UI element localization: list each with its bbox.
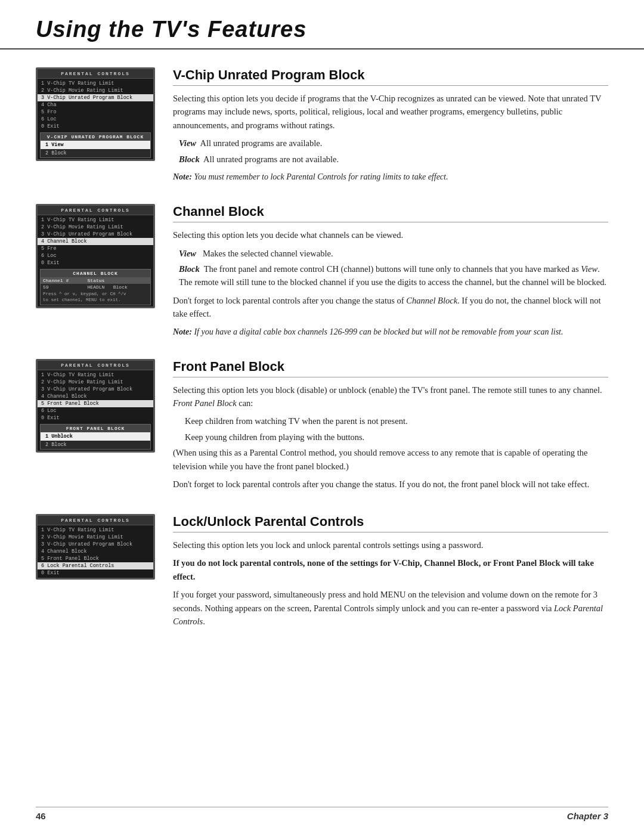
tv-menu-item: 0 Exit (38, 569, 153, 577)
tv-menu-item: 5 Front Panel Block (38, 555, 153, 562)
tv-menu-item: 6 Loc (38, 252, 153, 259)
tv-screen-lock: PARENTAL CONTROLS 1 V-Chip TV Rating Lim… (36, 514, 155, 580)
def-block-channel: Block The front panel and remote control… (179, 262, 608, 289)
section-text-lock: Lock/Unlock Parental Controls Selecting … (173, 514, 608, 633)
note-vchip: Note: You must remember to lock Parental… (173, 171, 608, 184)
tv-menu-item: 5 Fro (38, 109, 153, 116)
tv-screen-vchip: PARENTAL CONTROLS 1 V-Chip TV Rating Lim… (36, 67, 155, 161)
section-front-panel: PARENTAL CONTROLS 1 V-Chip TV Rating Lim… (36, 359, 608, 496)
tv-submenu-channel: CHANNEL BLOCK Channel # Status 59 HEADLN… (40, 269, 151, 305)
page-number: 46 (36, 811, 46, 821)
tv-header-2: PARENTAL CONTROLS (38, 206, 153, 215)
tv-menu-item: 0 Exit (38, 123, 153, 130)
tv-submenu-front-panel: FRONT PANEL BLOCK 1 Unblock 2 Block (40, 424, 151, 450)
tv-menu-item: 2 V-Chip Movie Rating Limit (38, 379, 153, 386)
section-channel-block: PARENTAL CONTROLS 1 V-Chip TV Rating Lim… (36, 204, 608, 341)
tv-menu-item: 2 V-Chip Movie Rating Limit (38, 224, 153, 231)
page-header: Using the TV's Features (0, 0, 644, 49)
section-vchip-unrated: PARENTAL CONTROLS 1 V-Chip TV Rating Lim… (36, 67, 608, 186)
tv-menu-item: 3 V-Chip Unrated Program Block (38, 541, 153, 548)
tv-menu-item: 1 V-Chip TV Rating Limit (38, 371, 153, 379)
tv-menu-item: 1 V-Chip TV Rating Limit (38, 527, 153, 534)
page-title: Using the TV's Features (36, 17, 608, 42)
def-block-vchip: Block All unrated programs are not avail… (179, 153, 608, 166)
channel-table: Channel # Status 59 HEADLN Block (41, 277, 150, 290)
tv-menu-item: 3 V-Chip Unrated Program Block (38, 386, 153, 393)
section-heading-vchip: V-Chip Unrated Program Block (173, 67, 608, 86)
tv-menu-item: 0 Exit (38, 414, 153, 422)
tv-header-4: PARENTAL CONTROLS (38, 516, 153, 525)
section-heading-lock: Lock/Unlock Parental Controls (173, 514, 608, 532)
tv-menu-item: 4 Channel Block (38, 548, 153, 555)
page-footer: 46 Chapter 3 (36, 807, 608, 821)
note-channel: Note: If you have a digital cable box ch… (173, 326, 608, 339)
tv-menu-4: 1 V-Chip TV Rating Limit 2 V-Chip Movie … (38, 525, 153, 578)
section-text-vchip: V-Chip Unrated Program Block Selecting t… (173, 67, 608, 186)
tv-menu-item: 2 V-Chip Movie Rating Limit (38, 87, 153, 94)
col-header-status: Status (85, 277, 150, 284)
tv-submenu-unblock: 1 Unblock (41, 432, 150, 441)
tv-screen-channel: PARENTAL CONTROLS 1 V-Chip TV Rating Lim… (36, 204, 155, 308)
tv-submenu-1: V-CHIP UNRATED PROGRAM BLOCK 1 View 2 Bl… (40, 132, 151, 158)
section-para-channel-1: Selecting this option lets you decide wh… (173, 228, 608, 241)
tv-menu-item: 6 Loc (38, 407, 153, 414)
tv-submenu-item-block: 2 Block (41, 149, 150, 157)
section-text-channel: Channel Block Selecting this option lets… (173, 204, 608, 341)
tv-menu-3: 1 V-Chip TV Rating Limit 2 V-Chip Movie … (38, 370, 153, 423)
chapter-label: Chapter 3 (567, 811, 608, 821)
tv-menu-1: 1 V-Chip TV Rating Limit 2 V-Chip Movie … (38, 79, 153, 131)
main-content: PARENTAL CONTROLS 1 V-Chip TV Rating Lim… (0, 67, 644, 687)
tv-menu-item: 5 Fre (38, 245, 153, 252)
bold-note-lock: If you do not lock parental controls, no… (173, 556, 608, 583)
tv-screen-front-panel: PARENTAL CONTROLS 1 V-Chip TV Rating Lim… (36, 359, 155, 453)
tv-menu-item-selected: 6 Lock Parental Controls (38, 562, 153, 569)
tv-menu-item: 2 V-Chip Movie Rating Limit (38, 534, 153, 541)
tv-menu-item-selected: 3 V-Chip Unrated Program Block (38, 94, 153, 101)
tv-submenu-header-fp: FRONT PANEL BLOCK (41, 425, 150, 432)
tv-submenu-block: 2 Block (41, 441, 150, 449)
col-header-ch: Channel # (41, 277, 85, 284)
bullet-fp-1: Keep children from watching TV when the … (185, 414, 608, 428)
tv-menu-item: 1 V-Chip TV Rating Limit (38, 80, 153, 87)
tv-menu-item: 4 Cha (38, 101, 153, 109)
tv-header-1: PARENTAL CONTROLS (38, 69, 153, 79)
section-para-lock-2: If you forget your password, simultaneou… (173, 588, 608, 628)
channel-note: Press ^ or v, keypad, or CH ^/vto set ch… (41, 290, 150, 305)
tv-menu-item-selected: 4 Channel Block (38, 238, 153, 245)
section-para-vchip-1: Selecting this option lets you decide if… (173, 92, 608, 132)
section-para-channel-2: Don't forget to lock parental controls a… (173, 294, 608, 321)
tv-submenu-item-view: 1 View (41, 141, 150, 149)
section-heading-channel: Channel Block (173, 204, 608, 222)
tv-menu-item-selected: 5 Front Panel Block (38, 400, 153, 407)
section-para-lock-1: Selecting this option lets you lock and … (173, 538, 608, 552)
section-para-fp-2: (When using this as a Parental Control m… (173, 446, 608, 473)
section-text-front-panel: Front Panel Block Selecting this option … (173, 359, 608, 496)
bullet-fp-2: Keep young children from playing with th… (185, 431, 608, 444)
tv-menu-item: 4 Channel Block (38, 393, 153, 400)
section-para-fp-3: Don't forget to lock parental controls a… (173, 478, 608, 491)
section-lock-unlock: PARENTAL CONTROLS 1 V-Chip TV Rating Lim… (36, 514, 608, 633)
tv-menu-item: 1 V-Chip TV Rating Limit (38, 216, 153, 224)
tv-menu-2: 1 V-Chip TV Rating Limit 2 V-Chip Movie … (38, 215, 153, 268)
channel-number: 59 (41, 284, 85, 290)
tv-submenu-header: V-CHIP UNRATED PROGRAM BLOCK (41, 133, 150, 141)
tv-menu-item: 3 V-Chip Unrated Program Block (38, 231, 153, 238)
channel-status: HEADLN Block (85, 284, 150, 290)
tv-menu-item: 6 Loc (38, 116, 153, 123)
def-view-vchip: View All unrated programs are available. (179, 137, 608, 150)
section-heading-fp: Front Panel Block (173, 359, 608, 377)
def-view-channel: View Makes the selected channel viewable… (179, 247, 608, 260)
tv-menu-item: 0 Exit (38, 259, 153, 267)
tv-submenu-header-channel: CHANNEL BLOCK (41, 270, 150, 277)
tv-header-3: PARENTAL CONTROLS (38, 361, 153, 370)
section-para-fp-1: Selecting this option lets you block (di… (173, 383, 608, 410)
